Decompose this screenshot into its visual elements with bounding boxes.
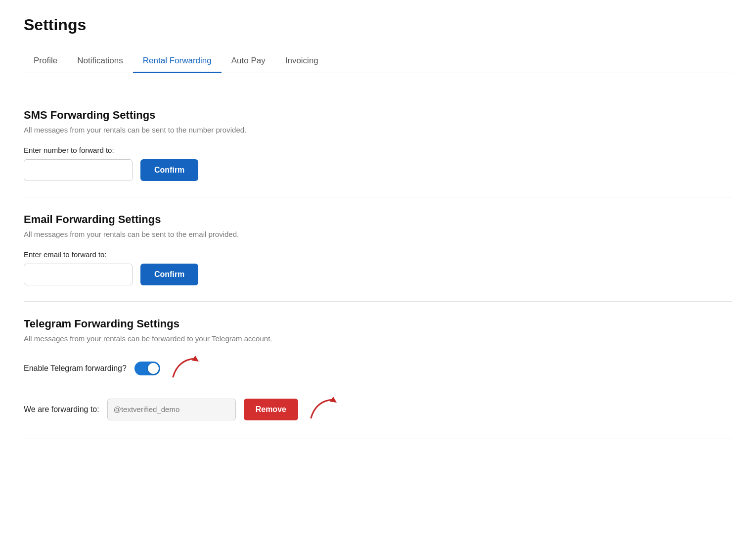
telegram-toggle[interactable]	[134, 362, 160, 375]
remove-arrow-annotation	[306, 396, 346, 423]
sms-confirm-button[interactable]: Confirm	[140, 159, 198, 181]
email-section-desc: All messages from your rentals can be se…	[24, 230, 732, 238]
sms-section-title: SMS Forwarding Settings	[24, 109, 732, 122]
sms-forwarding-section: SMS Forwarding Settings All messages fro…	[24, 93, 732, 197]
telegram-toggle-row: Enable Telegram forwarding?	[24, 355, 732, 382]
email-confirm-button[interactable]: Confirm	[140, 264, 198, 285]
page-title: Settings	[24, 16, 732, 34]
tab-notifications[interactable]: Notifications	[67, 50, 133, 73]
telegram-section-desc: All messages from your rentals can be fo…	[24, 334, 732, 343]
sms-number-input[interactable]	[24, 159, 133, 181]
sms-input-row: Confirm	[24, 159, 732, 181]
tab-rental-forwarding[interactable]: Rental Forwarding	[133, 50, 222, 73]
email-input-row: Confirm	[24, 264, 732, 285]
tab-auto-pay[interactable]: Auto Pay	[222, 50, 275, 73]
email-forwarding-section: Email Forwarding Settings All messages f…	[24, 197, 732, 302]
toggle-thumb	[148, 363, 159, 374]
telegram-toggle-label: Enable Telegram forwarding?	[24, 364, 127, 373]
toggle-arrow-annotation	[168, 355, 208, 382]
tab-profile[interactable]: Profile	[24, 50, 67, 73]
tabs-nav: Profile Notifications Rental Forwarding …	[24, 50, 732, 73]
tab-invoicing[interactable]: Invoicing	[275, 50, 328, 73]
email-section-title: Email Forwarding Settings	[24, 213, 732, 226]
telegram-forward-row: We are forwarding to: Remove	[24, 396, 732, 423]
sms-section-desc: All messages from your rentals can be se…	[24, 126, 732, 134]
telegram-forward-input[interactable]	[107, 399, 236, 420]
telegram-forward-label: We are forwarding to:	[24, 405, 99, 414]
telegram-section-title: Telegram Forwarding Settings	[24, 318, 732, 330]
telegram-remove-button[interactable]: Remove	[244, 399, 298, 420]
sms-field-label: Enter number to forward to:	[24, 146, 732, 154]
telegram-forwarding-section: Telegram Forwarding Settings All message…	[24, 302, 732, 439]
email-field-label: Enter email to forward to:	[24, 250, 732, 259]
email-forward-input[interactable]	[24, 264, 133, 285]
toggle-track	[134, 362, 160, 375]
